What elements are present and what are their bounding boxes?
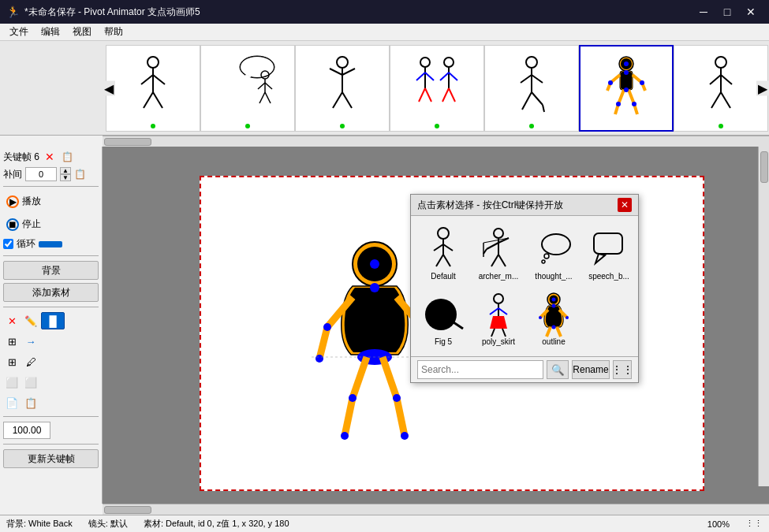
svg-rect-106 <box>594 233 622 254</box>
add-asset-button[interactable]: 添加素材 <box>3 283 99 302</box>
status-asset: 素材: Default, id 0, z值 1, x 320, y 180 <box>144 518 289 530</box>
play-button[interactable]: ▶ 播放 <box>3 193 44 210</box>
svg-line-19 <box>333 92 342 108</box>
frame-thumb-1[interactable] <box>106 45 200 132</box>
menu-help[interactable]: 帮助 <box>98 24 129 40</box>
svg-line-63 <box>711 92 721 108</box>
frame-thumb-2[interactable] <box>200 45 295 132</box>
divider-4 <box>3 416 99 417</box>
asset-item-default[interactable]: Default <box>417 222 469 285</box>
tool-orange-bar[interactable]: █ <box>41 312 65 329</box>
svg-line-116 <box>502 329 506 337</box>
interval-down[interactable]: ▼ <box>60 174 71 181</box>
menu-edit[interactable]: 编辑 <box>35 24 66 40</box>
svg-line-39 <box>543 105 544 112</box>
canvas-scrollbar-v-thumb[interactable] <box>760 151 768 183</box>
canvas-scrollbar-h-thumb[interactable] <box>104 506 151 514</box>
interval-up[interactable]: ▲ <box>60 167 71 174</box>
strip-scroll-left[interactable]: ◀ <box>103 80 115 95</box>
canvas-scrollbar-v[interactable] <box>758 147 769 486</box>
interval-input[interactable] <box>25 167 57 181</box>
asset-icon-speech <box>587 226 631 270</box>
asset-picker-close-btn[interactable]: ✕ <box>618 198 632 212</box>
svg-line-121 <box>547 327 551 337</box>
keyframe-copy-btn[interactable]: 📋 <box>60 150 74 164</box>
zoom-input[interactable] <box>3 422 50 439</box>
tool-copy1[interactable]: ⬜ <box>3 374 21 391</box>
svg-line-29 <box>440 73 449 80</box>
asset-item-speech[interactable]: speech_b... <box>583 222 635 285</box>
asset-label-thought: thought_... <box>535 272 572 281</box>
svg-point-52 <box>624 61 629 66</box>
strip-scrollbar-thumb[interactable] <box>104 138 151 146</box>
svg-line-35 <box>521 75 532 83</box>
asset-item-outline[interactable]: outline <box>528 288 580 350</box>
tool-paste2[interactable]: 📋 <box>22 394 39 411</box>
background-button[interactable]: 背景 <box>3 261 99 280</box>
close-button[interactable]: ✕ <box>739 3 763 20</box>
svg-line-30 <box>449 73 457 80</box>
menu-file[interactable]: 文件 <box>3 24 35 40</box>
update-keyframe-button[interactable]: 更新关键帧 <box>3 449 99 468</box>
asset-dots-btn[interactable]: ⋮⋮ <box>613 360 632 379</box>
strip-scroll-right[interactable]: ▶ <box>756 80 769 95</box>
asset-item-polyskirt[interactable]: poly_skirt <box>472 288 524 350</box>
tool-grid2[interactable]: ⊞ <box>3 353 21 370</box>
loop-checkbox[interactable] <box>3 239 13 249</box>
interval-label: 补间 <box>3 168 22 181</box>
frame-thumb-7[interactable] <box>674 45 768 132</box>
asset-search-input[interactable] <box>417 360 543 379</box>
menu-view[interactable]: 视图 <box>66 24 98 40</box>
svg-point-108 <box>425 299 457 330</box>
asset-item-fig5[interactable]: Fig 5 <box>417 288 469 350</box>
stop-button[interactable]: ⏹ 停止 <box>3 216 44 233</box>
frame-thumb-4[interactable] <box>390 45 484 132</box>
loop-row: 循环 <box>3 237 99 251</box>
minimize-button[interactable]: ─ <box>692 3 715 20</box>
tools-row-3: ⊞ 🖊 <box>3 353 99 370</box>
svg-line-3 <box>153 75 165 84</box>
canvas-scrollbar-h[interactable] <box>103 504 769 515</box>
asset-rename-btn[interactable]: Rename <box>572 360 610 379</box>
frame-thumb-3[interactable] <box>295 45 390 132</box>
frame-thumb-6[interactable] <box>579 45 674 132</box>
frame-thumb-5[interactable] <box>484 45 579 132</box>
tool-pencil[interactable]: ✏️ <box>22 312 39 329</box>
svg-line-112 <box>490 308 498 314</box>
svg-line-73 <box>345 398 353 436</box>
svg-line-23 <box>416 73 425 80</box>
tools-row-2: ⊞ → <box>3 333 99 350</box>
tool-paste1[interactable]: 📄 <box>3 394 21 411</box>
asset-item-archer[interactable]: archer_m... <box>472 222 524 285</box>
keyframe-row: 关键帧 6 ✕ 📋 <box>3 150 99 164</box>
svg-line-101 <box>491 255 498 266</box>
svg-line-93 <box>443 255 450 266</box>
divider-3 <box>3 307 99 307</box>
strip-scrollbar[interactable] <box>103 136 769 147</box>
svg-line-68 <box>319 327 327 359</box>
tool-delete[interactable]: ✕ <box>3 312 21 329</box>
tool-eyedrop[interactable]: 🖊 <box>22 353 39 370</box>
tool-copy2[interactable]: ⬜ <box>22 374 39 391</box>
svg-point-86 <box>401 432 409 440</box>
svg-point-126 <box>539 316 542 319</box>
svg-point-123 <box>552 297 556 301</box>
svg-line-74 <box>383 357 397 398</box>
tool-arrow-right[interactable]: → <box>22 333 39 350</box>
svg-point-55 <box>608 80 613 85</box>
asset-icon-default <box>421 226 465 270</box>
tool-grid1[interactable]: ⊞ <box>3 333 21 350</box>
asset-icon-archer <box>476 226 521 270</box>
interval-row: 补间 ▲ ▼ 📋 <box>3 167 99 181</box>
svg-line-14 <box>265 92 271 103</box>
svg-line-20 <box>342 92 352 108</box>
asset-search-btn[interactable]: 🔍 <box>547 360 569 379</box>
svg-point-27 <box>444 58 454 67</box>
keyframe-delete-btn[interactable]: ✕ <box>43 150 57 164</box>
svg-line-122 <box>557 327 561 337</box>
svg-line-75 <box>397 398 405 436</box>
loop-label: 循环 <box>17 237 35 251</box>
asset-item-thought[interactable]: thought_... <box>528 222 580 285</box>
maximize-button[interactable]: □ <box>715 3 739 20</box>
status-bar: 背景: White Back 镜头: 默认 素材: Default, id 0,… <box>0 515 769 532</box>
